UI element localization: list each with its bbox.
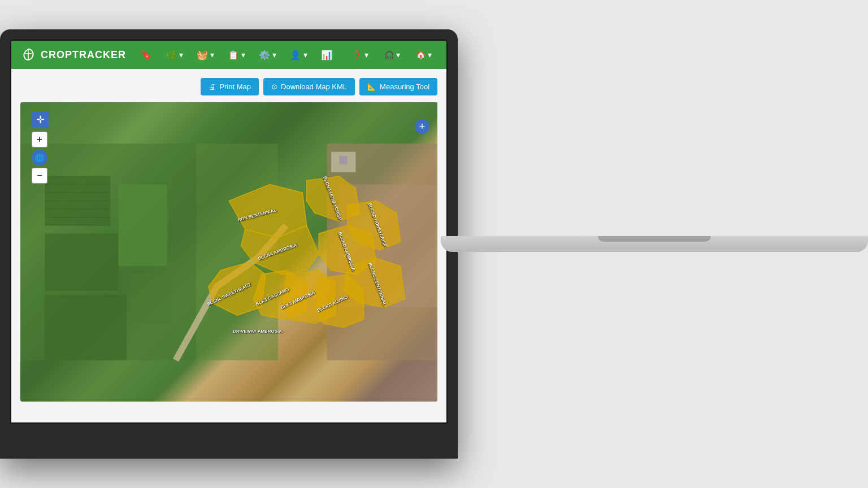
zoom-out-icon: − <box>37 171 42 181</box>
nav-settings-dropdown: ▾ <box>272 50 276 59</box>
measuring-tool-label: Measuring Tool <box>380 82 429 91</box>
map-toolbar: 🖨 Print Map ⊙ Download Map KML 📐 Measuri… <box>20 78 437 95</box>
navbar-right: ❓▾ 🎧▾ 🏠▾ <box>347 47 437 63</box>
measure-icon: 📐 <box>367 82 376 91</box>
print-map-button[interactable]: 🖨 Print Map <box>201 78 259 95</box>
nav-chart[interactable]: 📊 <box>315 46 338 64</box>
download-icon: ⊙ <box>271 82 277 91</box>
home-icon: 🏠 <box>416 50 426 59</box>
nav-settings[interactable]: ⚙️ ▾ <box>253 46 282 64</box>
print-icon: 🖨 <box>209 82 216 91</box>
nav-person-dropdown: ▾ <box>303 50 307 59</box>
map-add-button[interactable]: + <box>415 119 429 134</box>
navbar: CROPTRACKER 🔖 🌿 ▾ 🧺 ▾ 📋 ▾ <box>11 41 446 69</box>
print-map-label: Print Map <box>219 82 251 91</box>
measuring-tool-button[interactable]: 📐 Measuring Tool <box>359 78 437 95</box>
laptop-base <box>441 236 868 252</box>
nav-grid-dropdown: ▾ <box>241 50 245 59</box>
nav-help[interactable]: ❓▾ <box>347 47 374 63</box>
grid-icon: 📋 <box>228 50 239 60</box>
nav-leaf[interactable]: 🌿 ▾ <box>160 46 189 64</box>
nav-basket[interactable]: 🧺 ▾ <box>191 46 220 64</box>
globe-icon: 🌐 <box>35 154 44 162</box>
nav-leaf-dropdown: ▾ <box>179 50 183 59</box>
download-map-label: Download Map KML <box>281 82 347 91</box>
map-controls: ✛ + 🌐 − <box>32 111 49 184</box>
leaf-icon: 🌿 <box>166 50 177 60</box>
map-zoom-in[interactable]: + <box>32 132 47 147</box>
nav-basket-dropdown: ▾ <box>210 50 214 59</box>
nav-cross-icon: ✛ <box>36 114 45 126</box>
brand: CROPTRACKER <box>20 47 126 63</box>
brand-name: CROPTRACKER <box>41 49 126 61</box>
nav-items: 🔖 🌿 ▾ 🧺 ▾ 📋 ▾ ⚙️ ▾ <box>135 46 338 64</box>
nav-grid[interactable]: 📋 ▾ <box>222 46 251 64</box>
svg-rect-3 <box>45 233 118 290</box>
basket-icon: 🧺 <box>197 50 208 60</box>
chart-icon: 📊 <box>321 50 332 60</box>
add-icon: + <box>419 121 426 133</box>
settings-icon: ⚙️ <box>259 50 270 60</box>
svg-rect-5 <box>45 295 127 360</box>
content-area: 🖨 Print Map ⊙ Download Map KML 📐 Measuri… <box>11 69 446 422</box>
map-nav-control[interactable]: ✛ <box>32 111 49 128</box>
svg-text:DRIVEWAY AMBROSIA: DRIVEWAY AMBROSIA <box>233 329 282 334</box>
svg-rect-6 <box>131 274 171 324</box>
laptop-screen: CROPTRACKER 🔖 🌿 ▾ 🧺 ▾ 📋 ▾ <box>10 40 448 424</box>
svg-rect-18 <box>339 156 347 164</box>
nav-home[interactable]: 🏠▾ <box>410 47 437 63</box>
download-map-button[interactable]: ⊙ Download Map KML <box>263 78 355 95</box>
map-zoom-out[interactable]: − <box>32 168 47 184</box>
person-icon: 👤 <box>290 50 301 60</box>
laptop-frame: CROPTRACKER 🔖 🌿 ▾ 🧺 ▾ 📋 ▾ <box>0 29 458 459</box>
nav-person[interactable]: 👤 ▾ <box>284 46 313 64</box>
svg-rect-4 <box>119 185 168 267</box>
map-container[interactable]: RON SENTENNIAL BLCNA HONEYCRISP BLCNA AM… <box>20 102 437 402</box>
bookmark-icon: 🔖 <box>141 50 152 60</box>
help-icon: ❓ <box>353 50 362 59</box>
zoom-in-icon: + <box>37 134 42 145</box>
nav-bookmark[interactable]: 🔖 <box>135 46 158 64</box>
headset-icon: 🎧 <box>384 50 394 59</box>
nav-headset[interactable]: 🎧▾ <box>379 47 406 63</box>
map-svg: RON SENTENNIAL BLCNA HONEYCRISP BLCNA AM… <box>20 102 437 402</box>
map-globe[interactable]: 🌐 <box>32 150 47 165</box>
